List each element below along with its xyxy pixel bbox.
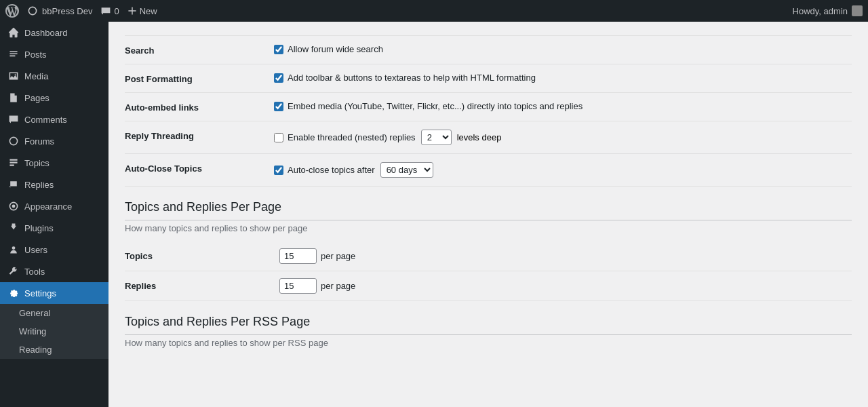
sidebar-label-tools: Tools [24,267,45,277]
auto-embed-label: Auto-embed links [125,101,274,113]
sidebar-label-users: Users [24,245,47,255]
admin-bar: bbPress Dev 0 New Howdy, admin [0,0,868,22]
site-name[interactable]: bbPress Dev [27,5,92,16]
settings-submenu: General Writing Reading [0,304,108,359]
topics-per-page-row: Topics per page [125,241,852,271]
sidebar-label-forums: Forums [24,136,54,147]
howdy-user[interactable]: Howdy, admin [793,5,863,16]
auto-close-control: Auto-close topics after 1 day2 days3 day… [274,162,433,178]
sidebar-item-forums[interactable]: Forums [0,130,108,152]
sidebar-item-plugins[interactable]: Plugins [0,217,108,239]
reply-threading-control: Enable threaded (nested) replies 2 3 4 5… [274,130,501,145]
user-avatar [852,5,863,16]
sidebar-item-replies[interactable]: Replies [0,174,108,195]
sidebar-label-dashboard: Dashboard [24,28,68,38]
topics-per-page-control: per page [279,248,355,264]
sidebar-label-media: Media [24,71,48,81]
topics-per-page-unit: per page [321,251,355,261]
post-formatting-checkbox-label[interactable]: Add toolbar & buttons to textareas to he… [274,73,536,83]
sidebar-item-dashboard[interactable]: Dashboard [0,22,108,43]
sidebar-item-comments[interactable]: Comments [0,109,108,130]
sidebar-item-pages[interactable]: Pages [0,87,108,109]
reply-threading-checkbox-label[interactable]: Enable threaded (nested) replies [274,132,416,142]
auto-embed-checkbox[interactable] [274,102,283,111]
sidebar-label-pages: Pages [24,93,50,103]
sidebar-label-replies: Replies [24,180,54,190]
sidebar-item-users[interactable]: Users [0,239,108,260]
search-control: Allow forum wide search [274,44,383,54]
reply-threading-checkbox-text: Enable threaded (nested) replies [288,132,416,142]
replies-per-page-label: Replies [125,281,274,291]
auto-embed-control: Embed media (YouTube, Twitter, Flickr, e… [274,101,583,111]
post-formatting-checkbox-text: Add toolbar & buttons to textareas to he… [288,73,536,83]
search-checkbox-label[interactable]: Allow forum wide search [274,44,383,54]
post-formatting-control: Add toolbar & buttons to textareas to he… [274,73,536,83]
per-page-section-desc: How many topics and replies to show per … [125,223,852,233]
auto-close-select[interactable]: 1 day2 days3 days1 week2 weeks1 month60 … [380,162,433,178]
svg-point-0 [9,137,17,144]
sidebar-label-appearance: Appearance [24,201,72,212]
sidebar-item-topics[interactable]: Topics [0,152,108,174]
auto-embed-checkbox-text: Embed media (YouTube, Twitter, Flickr, e… [288,101,583,111]
sidebar-label-plugins: Plugins [24,223,54,233]
auto-close-checkbox[interactable] [274,166,283,175]
submenu-reading[interactable]: Reading [0,341,108,359]
main-content: Search Allow forum wide search Post Form… [108,22,868,407]
per-page-section-title: Topics and Replies Per Page [125,200,852,220]
sidebar-label-posts: Posts [24,50,47,60]
new-button[interactable]: New [127,6,157,16]
sidebar-item-media[interactable]: Media [0,65,108,87]
auto-close-checkbox-label[interactable]: Auto-close topics after [274,165,375,175]
auto-embed-checkbox-label[interactable]: Embed media (YouTube, Twitter, Flickr, e… [274,101,583,111]
post-formatting-label: Post Formatting [125,73,274,84]
auto-close-row: Auto-Close Topics Auto-close topics afte… [125,154,852,187]
search-checkbox-text: Allow forum wide search [288,44,383,54]
rss-section-title: Topics and Replies Per RSS Page [125,315,852,335]
sidebar-label-topics: Topics [24,158,50,168]
auto-close-checkbox-text: Auto-close topics after [288,165,375,175]
topics-per-page-input[interactable] [279,248,317,264]
svg-point-1 [12,205,16,208]
replies-per-page-unit: per page [321,281,355,291]
reply-threading-suffix: levels deep [457,132,502,142]
wordpress-logo-icon[interactable] [5,4,19,18]
topics-per-page-label: Topics [125,251,274,261]
submenu-writing[interactable]: Writing [0,322,108,341]
search-row: Search Allow forum wide search [125,35,852,64]
sidebar-label-comments: Comments [24,115,67,125]
auto-embed-row: Auto-embed links Embed media (YouTube, T… [125,93,852,121]
replies-per-page-control: per page [279,278,355,294]
search-label: Search [125,44,274,56]
post-formatting-row: Post Formatting Add toolbar & buttons to… [125,64,852,93]
replies-per-page-input[interactable] [279,278,317,294]
reply-threading-label: Reply Threading [125,130,274,141]
auto-close-label: Auto-Close Topics [125,162,274,174]
submenu-general[interactable]: General [0,304,108,322]
sidebar-item-posts[interactable]: Posts [0,43,108,65]
sidebar-item-settings[interactable]: Settings [0,282,108,304]
reply-threading-row: Reply Threading Enable threaded (nested)… [125,121,852,154]
sidebar-item-tools[interactable]: Tools [0,260,108,282]
svg-point-2 [12,246,16,250]
reply-threading-checkbox[interactable] [274,133,283,142]
rss-section-desc: How many topics and replies to show per … [125,338,852,348]
sidebar-item-appearance[interactable]: Appearance [0,195,108,217]
comments-count[interactable]: 0 [100,5,119,16]
search-checkbox[interactable] [274,45,283,54]
sidebar-label-settings: Settings [24,288,56,298]
post-formatting-checkbox[interactable] [274,73,283,83]
sidebar: Dashboard Posts Media Pages Comments For… [0,22,108,407]
replies-per-page-row: Replies per page [125,271,852,301]
reply-threading-select[interactable]: 2 3 4 5 6 7 8 9 10 [421,130,452,145]
